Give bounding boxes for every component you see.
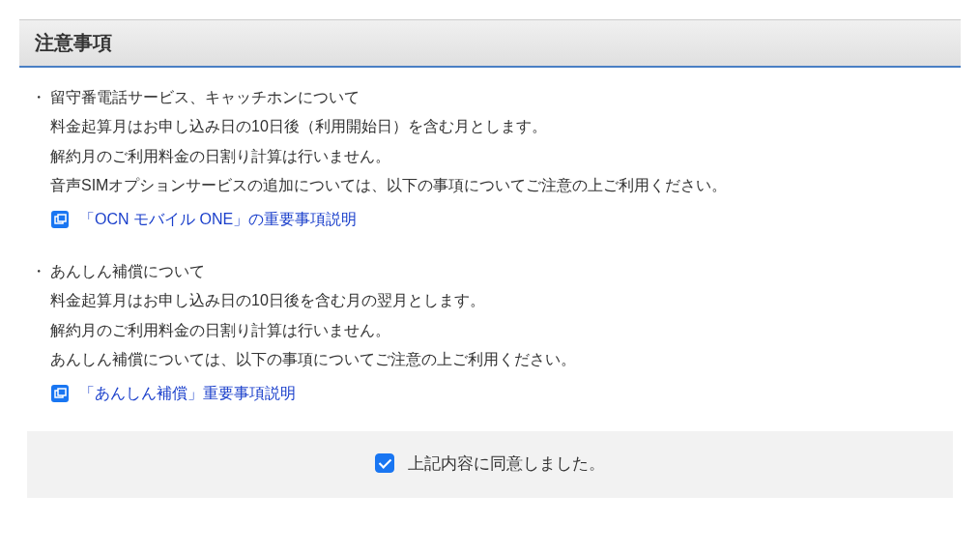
doc-link-anshin[interactable]: 「あんしん補償」重要事項説明 [79,379,296,408]
notice-item: あんしん補償について 料金起算月はお申し込み日の10日後を含む月の翌月とします。… [27,257,953,408]
new-window-icon [50,210,70,229]
notice-line: 音声SIMオプションサービスの追加については、以下の事項についてご注意の上ご利用… [50,171,953,200]
new-window-icon [50,384,70,403]
svg-rect-5 [58,389,66,395]
notice-content: 留守番電話サービス、キャッチホンについて 料金起算月はお申し込み日の10日後（利… [19,68,961,506]
agree-checkbox[interactable] [375,453,394,473]
section-header: 注意事項 [19,19,961,68]
agree-label[interactable]: 上記内容に同意しました。 [375,452,605,475]
notice-line: 解約月のご利用料金の日割り計算は行いません。 [50,316,953,345]
notice-line: あんしん補償については、以下の事項についてご注意の上ご利用ください。 [50,345,953,374]
notice-title: 留守番電話サービス、キャッチホンについて [50,83,953,112]
notice-line: 解約月のご利用料金の日割り計算は行いません。 [50,142,953,171]
section-title: 注意事項 [35,32,112,53]
link-row: 「あんしん補償」重要事項説明 [50,379,953,408]
notice-item: 留守番電話サービス、キャッチホンについて 料金起算月はお申し込み日の10日後（利… [27,83,953,234]
notice-title: あんしん補償について [50,257,953,286]
notice-container: 注意事項 留守番電話サービス、キャッチホンについて 料金起算月はお申し込み日の1… [19,19,961,506]
agree-text: 上記内容に同意しました。 [408,452,605,475]
doc-link-ocn[interactable]: 「OCN モバイル ONE」の重要事項説明 [79,205,357,234]
agree-box: 上記内容に同意しました。 [27,431,953,499]
svg-rect-2 [58,215,66,221]
notice-line: 料金起算月はお申し込み日の10日後（利用開始日）を含む月とします。 [50,112,953,141]
notice-line: 料金起算月はお申し込み日の10日後を含む月の翌月とします。 [50,286,953,315]
notice-list: 留守番電話サービス、キャッチホンについて 料金起算月はお申し込み日の10日後（利… [27,83,953,408]
link-row: 「OCN モバイル ONE」の重要事項説明 [50,205,953,234]
